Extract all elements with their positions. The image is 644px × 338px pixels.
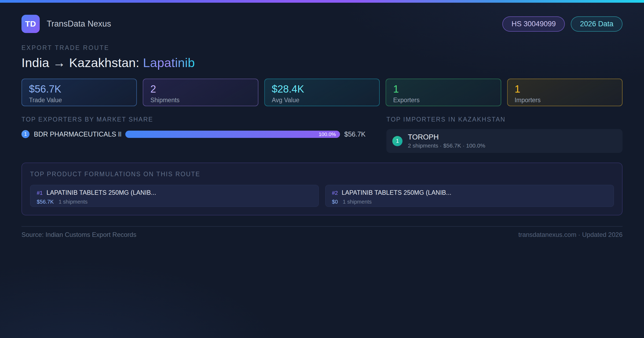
exporter-name: BDR PHARMACEUTICALS INTERN... bbox=[34, 130, 121, 138]
importer-name: TOROPH bbox=[408, 133, 485, 141]
products-grid: #1 LAPATINIB TABLETS 250MG (LANIB... $56… bbox=[30, 185, 614, 207]
product-value: $56.7K bbox=[37, 199, 54, 205]
product-shipments: 1 shipments bbox=[343, 199, 372, 205]
market-share-bar: 100.0% bbox=[125, 131, 340, 138]
page-title: India → Kazakhstan: Lapatinib bbox=[21, 55, 623, 70]
hs-code-badge[interactable]: HS 30049099 bbox=[502, 16, 565, 32]
route-title: India → Kazakhstan: bbox=[21, 56, 143, 70]
stat-label: Trade Value bbox=[29, 97, 129, 104]
brand: TD TransData Nexus bbox=[21, 15, 111, 33]
stat-card-importers: 1 Importers bbox=[507, 79, 623, 106]
year-data-badge[interactable]: 2026 Data bbox=[571, 16, 623, 32]
product-name: LAPATINIB TABLETS 250MG (LANIB... bbox=[46, 189, 156, 196]
exporter-rank-badge: 1 bbox=[21, 130, 30, 138]
product-card-top: #1 LAPATINIB TABLETS 250MG (LANIB... bbox=[37, 189, 312, 196]
header: TD TransData Nexus HS 30049099 2026 Data bbox=[21, 15, 623, 33]
market-share-percent: 100.0% bbox=[319, 131, 336, 138]
exporter-value: $56.7K bbox=[344, 130, 365, 138]
stat-label: Avg Value bbox=[272, 97, 372, 104]
top-importers-section: TOP IMPORTERS IN KAZAKHSTAN 1 TOROPH 2 s… bbox=[386, 116, 623, 153]
product-card-bottom: $56.7K 1 shipments bbox=[37, 199, 312, 205]
stat-value: 1 bbox=[515, 83, 615, 95]
app-name: TransData Nexus bbox=[47, 19, 111, 29]
stat-label: Shipments bbox=[150, 97, 251, 104]
footer-site: transdatanexus.com · Updated 2026 bbox=[518, 231, 623, 238]
stat-card-avg-value: $28.4K Avg Value bbox=[264, 79, 380, 106]
lists-section: TOP EXPORTERS BY MARKET SHARE 1 BDR PHAR… bbox=[21, 116, 623, 153]
stat-value: $28.4K bbox=[272, 83, 372, 95]
importer-info: TOROPH 2 shipments · $56.7K · 100.0% bbox=[408, 133, 485, 149]
footer: Source: Indian Customs Export Records tr… bbox=[21, 226, 623, 238]
importer-meta: 2 shipments · $56.7K · 100.0% bbox=[408, 142, 485, 149]
exporters-heading: TOP EXPORTERS BY MARKET SHARE bbox=[21, 116, 370, 123]
stat-card-trade-value: $56.7K Trade Value bbox=[21, 79, 137, 106]
eyebrow-label: EXPORT TRADE ROUTE bbox=[21, 44, 623, 52]
products-heading: TOP PRODUCT FORMULATIONS ON THIS ROUTE bbox=[30, 171, 614, 178]
stat-card-exporters: 1 Exporters bbox=[386, 79, 501, 106]
footer-source: Source: Indian Customs Export Records bbox=[21, 231, 136, 238]
stat-card-shipments: 2 Shipments bbox=[143, 79, 258, 106]
product-card[interactable]: #2 LAPATINIB TABLETS 250MG (LANIB... $0 … bbox=[325, 185, 614, 207]
importers-heading: TOP IMPORTERS IN KAZAKHSTAN bbox=[386, 116, 623, 123]
product-card[interactable]: #1 LAPATINIB TABLETS 250MG (LANIB... $56… bbox=[30, 185, 319, 207]
page: TD TransData Nexus HS 30049099 2026 Data… bbox=[0, 15, 644, 238]
stat-value: 1 bbox=[393, 83, 493, 95]
product-shipments: 1 shipments bbox=[58, 199, 87, 205]
stat-value: $56.7K bbox=[29, 83, 129, 95]
product-card-bottom: $0 1 shipments bbox=[332, 199, 607, 205]
exporter-row[interactable]: 1 BDR PHARMACEUTICALS INTERN... 100.0% $… bbox=[21, 130, 370, 138]
product-value: $0 bbox=[332, 199, 338, 205]
top-exporters-section: TOP EXPORTERS BY MARKET SHARE 1 BDR PHAR… bbox=[21, 116, 370, 153]
product-card-top: #2 LAPATINIB TABLETS 250MG (LANIB... bbox=[332, 189, 607, 196]
importer-row[interactable]: 1 TOROPH 2 shipments · $56.7K · 100.0% bbox=[386, 129, 623, 153]
stat-label: Exporters bbox=[393, 97, 493, 104]
top-accent-bar bbox=[0, 0, 644, 3]
stat-cards: $56.7K Trade Value 2 Shipments $28.4K Av… bbox=[21, 79, 623, 106]
product-name: LAPATINIB TABLETS 250MG (LANIB... bbox=[342, 189, 451, 196]
app-logo: TD bbox=[21, 15, 40, 33]
top-products-section: TOP PRODUCT FORMULATIONS ON THIS ROUTE #… bbox=[21, 163, 623, 215]
header-badges: HS 30049099 2026 Data bbox=[502, 16, 623, 32]
product-rank: #2 bbox=[332, 190, 338, 196]
stat-value: 2 bbox=[150, 83, 251, 95]
product-title: Lapatinib bbox=[143, 56, 195, 70]
product-rank: #1 bbox=[37, 190, 43, 196]
importer-rank-badge: 1 bbox=[392, 136, 402, 146]
stat-label: Importers bbox=[515, 97, 615, 104]
